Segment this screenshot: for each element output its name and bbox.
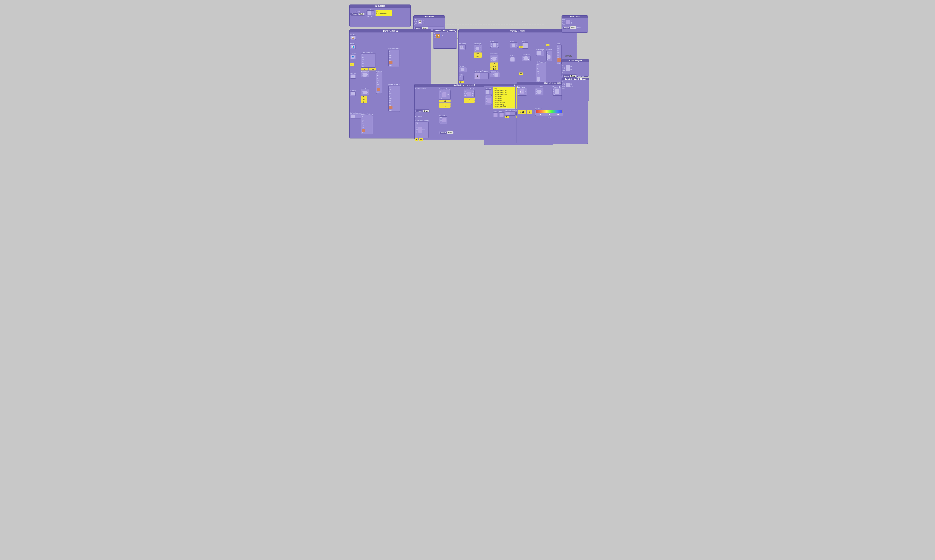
mb2-icon <box>363 91 367 94</box>
ar-toggle[interactable]: Toggle True <box>415 109 430 113</box>
es-icon <box>566 83 570 87</box>
cross-reference-icon: ⊗ <box>475 73 480 78</box>
slicer-label-area: Slicer <box>493 111 498 117</box>
ar-v25: 2.5 <box>439 105 451 108</box>
subd-box: RB DS Mo PP X Y Z SD <box>415 122 429 138</box>
window-node: Window <box>350 90 356 96</box>
toggle-value: True <box>358 13 364 15</box>
defined-volume-node: Defined Volume <box>350 112 361 118</box>
model-panel-title: 解析モデルの作成 <box>350 29 431 32</box>
xyz-label-area: XYZ <box>499 111 504 117</box>
csv-row-7: 7 速度,面積[m2] <box>494 104 515 106</box>
ap2-icon <box>537 77 540 81</box>
opening-node: Opening <box>350 72 356 78</box>
csv-row-2: 2 重量中心座標x.[m] <box>494 94 515 95</box>
v03-display: 0.3 0 <box>518 109 532 114</box>
mesh-brep-1: Mesh Brep B S M <box>361 70 369 77</box>
wm2-toggle-area: Toggle True Done <box>562 26 588 29</box>
success-label: Success <box>367 15 373 17</box>
subm-toggle[interactable]: Toggle True <box>439 131 454 134</box>
slicer-box <box>493 112 498 117</box>
partition-box: 📋 <box>350 35 356 40</box>
wm1-icon: 💾 <box>418 20 422 24</box>
div-icon <box>547 55 551 58</box>
xyp-icon: ⊞ <box>460 46 463 49</box>
analysis-range-section: Analysis Range <box>415 88 426 89</box>
cross-reference-area: Cross Reference ⊗ <box>474 70 489 79</box>
table-icon: 📊 <box>351 45 355 48</box>
ar-toggle-area: Toggle True <box>415 109 430 113</box>
mb3-icon <box>524 56 528 60</box>
div-label: Division <box>546 49 552 51</box>
surface-node: Surface <box>510 55 515 62</box>
xyp-box: ⊞ O P <box>459 45 466 50</box>
vs-label: Volumn Source <box>389 48 400 50</box>
vxyz2-label: Vector XYZ <box>490 70 500 72</box>
jflow-title: JFlowDesigner <box>562 59 589 62</box>
mesh-brep-3: Mesh Brep S M L ■L <box>522 54 531 61</box>
vs-box: G GT HG GP BP Obj <box>389 50 400 67</box>
steps1-box: Z ♦ <box>459 75 464 80</box>
panel-source-label-area: Panel Source M TT ST HG OT OH BH DT GP <box>389 83 400 112</box>
steps-1: Steps Z ♦ 5.5 <box>459 73 464 83</box>
rect-v05a: 0.5 <box>474 52 482 55</box>
wm2-done: Done <box>577 27 582 29</box>
fd-link-toggle[interactable]: Toggle True <box>350 12 365 15</box>
move-label: Move <box>490 41 499 43</box>
volume-source: Volumn Source G GT HG GP BP Obj <box>389 48 400 67</box>
ps-icon <box>389 106 392 109</box>
partition-node: Partition 📋 <box>350 34 356 40</box>
air-properties-1: Air Properties Te Hu Co O1 O2 O3 0 100 <box>361 51 376 71</box>
dv2-label: Defined_Volume <box>361 113 373 115</box>
csv-row-4: 4 速度,Y[m/s] <box>494 98 515 100</box>
analysis-mesh-node: Analysis Mesh AR CD MI AM Ms Up 1 <box>464 88 475 103</box>
vxyz1-label: Vector XYZ <box>490 53 498 55</box>
vxyz2-box: XYZ V L <box>490 72 500 77</box>
v72-display: 72 <box>519 46 523 48</box>
sub-mesh-node: Sub Mesh AR SD Up <box>439 115 447 124</box>
opening-2: Opening M Ty EP PR TC PD AP Obj <box>376 70 382 94</box>
am-v1b: 1 <box>464 100 475 103</box>
am-box: AR CD MI AM Ms Up <box>464 90 475 97</box>
rect-icon <box>476 47 479 50</box>
csv-row-1: 1 重量中心座標x.xlm <box>494 91 515 94</box>
ap2-label: Air Properties <box>536 61 546 63</box>
rect-label: Rectangle <box>474 43 482 45</box>
v22-display: 22 <box>519 72 523 75</box>
mesh-brep-2: Mesh Brep B S M 5 -2 5 <box>361 88 369 103</box>
ap1-val100: 100 <box>369 68 376 71</box>
move-box: G T G X <box>490 43 499 48</box>
range1-icon <box>461 68 464 71</box>
es-content: S IFO Obj WM M RS <box>562 80 589 90</box>
mb2-box: B S M <box>361 90 369 95</box>
jflow-toggle[interactable]: Toggle True <box>562 74 577 78</box>
vxyz1-icon <box>492 57 496 61</box>
wm2-toggle[interactable]: Toggle True <box>562 26 577 29</box>
sm-section-label: Sub Mesh <box>415 115 422 117</box>
file-path-area: File Path C O O O <box>485 87 492 118</box>
xyz-label: XYZ <box>499 111 504 112</box>
mb2-label: Mesh Brep <box>361 88 369 90</box>
csv-node-icon <box>488 98 491 103</box>
vxyz1-box: X Y Z V L <box>490 55 498 62</box>
surface-icon <box>511 57 515 62</box>
mb1-box: B S M <box>361 72 369 77</box>
check-node: Check ✓ M Success <box>366 9 375 17</box>
write-model-panel-2: Write Model Obj IFO WM M ID Toggle True … <box>562 15 588 33</box>
gradient-marker-1 <box>540 114 541 115</box>
csv-row-0: 0 重量中心座標x.xlm <box>494 89 515 91</box>
subm-icon <box>442 118 446 122</box>
rect-v05b: 0.5 <box>474 55 482 58</box>
ap1-box: Te Hu Co O1 O2 O3 <box>361 53 376 68</box>
ll-box <box>536 51 544 56</box>
csv-row-3: 3 速度,Y[m/s] <box>494 95 515 98</box>
jflow-panel: JFlowDesigner S IFO Obj WM RS ID M Toggl… <box>562 59 589 77</box>
opening-icon <box>351 75 355 78</box>
gradient-value-label: 10 ◀ <box>535 116 563 118</box>
output-text: 0 succeeded!! <box>376 13 391 14</box>
panel-source-box: M TT ST HG OT OH BH DT GP Obj <box>389 86 400 112</box>
opening2-icon <box>377 88 380 91</box>
inlet-box: B Me FS FV BP AP Obj <box>557 45 562 65</box>
csv-row-5: 5 速度,Y[m/s] <box>494 100 515 102</box>
xyp-label: XY Plane <box>459 43 466 45</box>
